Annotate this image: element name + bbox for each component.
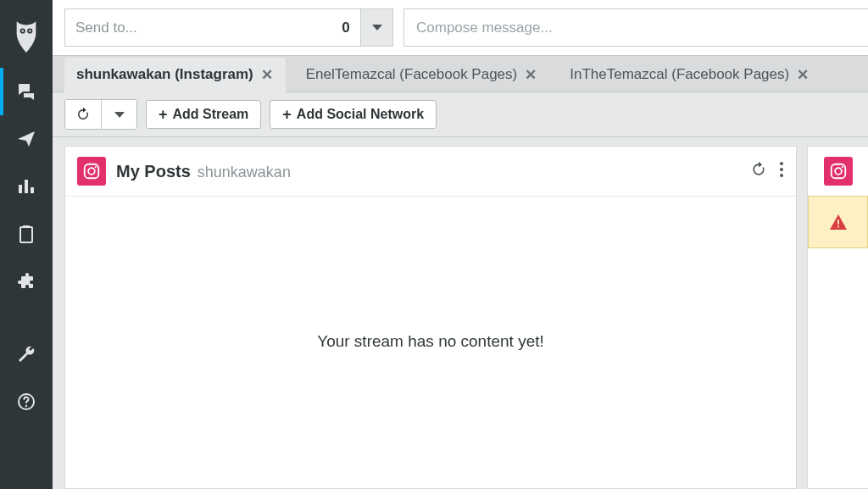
instagram-badge: [77, 157, 106, 186]
stream-header: My Posts shunkawakan: [65, 147, 796, 197]
instagram-icon: [829, 162, 848, 181]
plus-icon: +: [159, 107, 168, 122]
puzzle-icon: [16, 271, 36, 292]
svg-point-12: [780, 162, 783, 165]
refresh-icon: [75, 107, 91, 122]
empty-message: Your stream has no content yet!: [317, 332, 544, 351]
wrench-icon: [16, 344, 36, 364]
nav-help[interactable]: [0, 378, 53, 425]
paper-plane-icon: [16, 129, 36, 149]
refresh-menu-button[interactable]: [101, 100, 136, 129]
svg-rect-9: [85, 164, 99, 179]
refresh-group: [64, 99, 137, 130]
logo[interactable]: [0, 8, 53, 68]
nav-analytics[interactable]: [0, 163, 53, 210]
warning-icon: [829, 214, 848, 231]
refresh-icon: [750, 161, 767, 178]
compose-row: 0: [53, 0, 868, 55]
svg-point-8: [25, 405, 27, 407]
button-label: Add Social Network: [297, 107, 424, 122]
nav-tools[interactable]: [0, 331, 53, 378]
svg-point-3: [29, 30, 31, 32]
add-stream-button[interactable]: + Add Stream: [146, 100, 261, 129]
svg-rect-18: [837, 219, 839, 224]
warning-panel: [808, 196, 868, 248]
tabs-row: shunkawakan (Instagram) ✕ EnelTemazcal (…: [53, 55, 868, 92]
analytics-icon: [16, 176, 36, 197]
tab-label: InTheTemazcal (Facebook Pages): [570, 66, 789, 83]
svg-point-17: [841, 166, 843, 168]
close-icon[interactable]: ✕: [524, 68, 537, 81]
svg-point-10: [88, 168, 95, 175]
svg-point-14: [780, 174, 783, 177]
stream-actions: [750, 161, 784, 181]
send-to-combo: 0: [64, 8, 393, 47]
app-root: 0 shunkawakan (Instagram) ✕ EnelTemazcal…: [0, 0, 868, 489]
stream-header: [808, 147, 868, 196]
nav-assignments[interactable]: [0, 210, 53, 258]
svg-rect-15: [831, 164, 845, 179]
stream-subtitle: shunkawakan: [198, 164, 291, 181]
more-vertical-icon: [779, 161, 784, 178]
tab-shunkawakan-instagram[interactable]: shunkawakan (Instagram) ✕: [64, 58, 286, 92]
toolbar: + Add Stream + Add Social Network: [53, 92, 868, 137]
compose-input[interactable]: [403, 8, 868, 47]
svg-rect-6: [31, 187, 34, 193]
close-icon[interactable]: ✕: [796, 68, 810, 81]
clipboard-icon: [16, 224, 36, 244]
nav-sidebar: [0, 0, 53, 489]
svg-point-2: [21, 30, 24, 32]
help-icon: [16, 392, 36, 412]
tab-inthetemazcal-facebook[interactable]: InTheTemazcal (Facebook Pages) ✕: [558, 58, 821, 92]
nav-streams[interactable]: [0, 68, 53, 115]
chevron-down-icon: [372, 25, 382, 31]
svg-point-11: [95, 166, 97, 168]
chevron-down-icon: [114, 112, 125, 118]
main-area: 0 shunkawakan (Instagram) ✕ EnelTemazcal…: [53, 0, 868, 489]
stream-columns: My Posts shunkawakan Your stream has no …: [53, 137, 868, 489]
nav-publisher[interactable]: [0, 115, 53, 163]
svg-rect-19: [837, 226, 839, 228]
close-icon[interactable]: ✕: [260, 68, 274, 81]
add-social-network-button[interactable]: + Add Social Network: [270, 100, 437, 129]
stream-my-posts: My Posts shunkawakan Your stream has no …: [64, 146, 797, 489]
svg-rect-5: [25, 180, 28, 193]
stream-title: My Posts: [116, 162, 191, 181]
plus-icon: +: [282, 107, 292, 122]
svg-point-16: [835, 168, 842, 175]
instagram-badge: [824, 157, 853, 186]
stream-title-wrap: My Posts shunkawakan: [116, 162, 740, 181]
send-to-input[interactable]: [65, 9, 331, 46]
send-to-count: 0: [331, 9, 360, 46]
stream-body: Your stream has no content yet!: [65, 197, 796, 488]
tab-label: shunkawakan (Instagram): [76, 66, 253, 83]
instagram-icon: [82, 162, 101, 181]
send-to-dropdown-toggle[interactable]: [360, 9, 392, 46]
svg-point-13: [780, 168, 783, 171]
stream-more-button[interactable]: [779, 161, 784, 181]
owl-logo-icon: [12, 21, 41, 55]
refresh-button[interactable]: [65, 100, 101, 129]
tab-label: EnelTemazcal (Facebook Pages): [306, 66, 517, 83]
button-label: Add Stream: [173, 107, 249, 122]
stream-refresh-button[interactable]: [750, 161, 767, 181]
streams-icon: [16, 81, 36, 102]
svg-rect-4: [19, 185, 22, 193]
nav-apps[interactable]: [0, 258, 53, 305]
stream-secondary: [807, 146, 868, 489]
tab-eneltemazcal-facebook[interactable]: EnelTemazcal (Facebook Pages) ✕: [294, 58, 549, 92]
